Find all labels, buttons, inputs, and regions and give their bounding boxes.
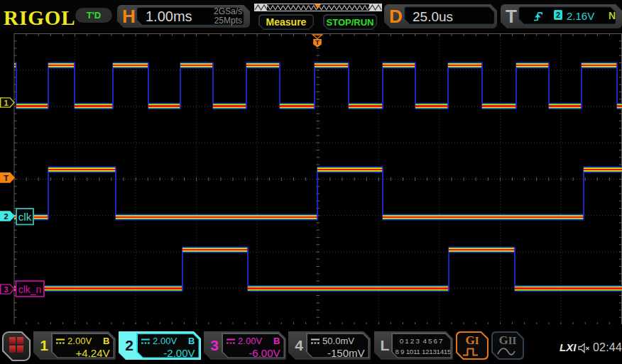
svg-text:clk: clk bbox=[18, 211, 32, 223]
svg-text:1: 1 bbox=[4, 99, 8, 107]
svg-text:T: T bbox=[315, 38, 320, 46]
svg-text:2: 2 bbox=[4, 212, 8, 221]
svg-text:3: 3 bbox=[4, 285, 8, 294]
svg-text:T: T bbox=[4, 174, 9, 182]
svg-text:clk_n: clk_n bbox=[18, 284, 42, 295]
